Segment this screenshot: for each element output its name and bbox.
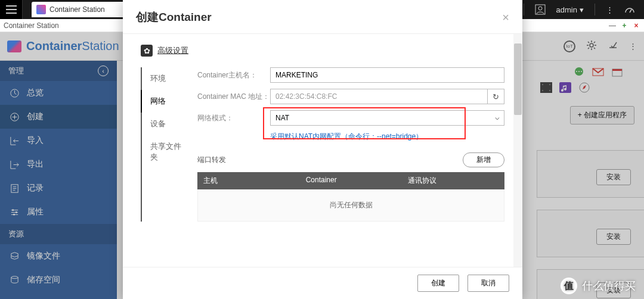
svg-rect-20 xyxy=(612,69,622,71)
col-container: Container xyxy=(300,172,402,189)
compass-icon xyxy=(578,82,590,93)
mac-input[interactable] xyxy=(270,89,488,104)
modal-footer: 创建 取消 xyxy=(123,267,522,299)
sidebar-item-import[interactable]: 导入 xyxy=(0,129,117,152)
create-app-button[interactable]: + 创建应用程序 xyxy=(570,106,634,124)
advanced-settings-header[interactable]: ✿ 高级设置 xyxy=(141,45,504,57)
window-title: Container Station xyxy=(4,21,59,30)
maximize-icon[interactable]: + xyxy=(620,21,628,30)
create-button[interactable]: 创建 xyxy=(417,275,459,292)
svg-point-16 xyxy=(578,71,580,72)
refresh-icon[interactable]: ↻ xyxy=(488,89,504,104)
sidebar: 管理 ‹ 总览 创建 导入 导出 记录 属性 资源 镜像文 xyxy=(0,61,117,299)
sidebar-item-label: 属性 xyxy=(27,207,44,217)
svg-rect-21 xyxy=(540,82,552,93)
user-icon[interactable] xyxy=(535,4,546,15)
more-icon[interactable]: ⋮ xyxy=(629,42,637,51)
hostname-input[interactable] xyxy=(270,67,504,83)
sidebar-group-resources: 资源 xyxy=(0,224,117,244)
tab-device[interactable]: 设备 xyxy=(141,113,194,135)
watermark-icon: 值 xyxy=(561,278,577,294)
sidebar-item-storage[interactable]: 储存空间 xyxy=(0,268,117,292)
minimize-icon[interactable]: — xyxy=(608,21,617,30)
collapse-icon[interactable]: ‹ xyxy=(98,66,109,76)
netmode-label: 网络模式： xyxy=(197,113,270,123)
tab-label: Container Station xyxy=(49,5,105,14)
tab-shared-folder[interactable]: 共享文件夹 xyxy=(141,135,194,169)
calendar-icon xyxy=(611,67,623,77)
app-logo: ContainerStation xyxy=(7,39,119,53)
portfwd-label: 端口转发 xyxy=(197,155,226,165)
sidebar-item-log[interactable]: 记录 xyxy=(0,176,117,200)
sidebar-item-preferences[interactable]: 属性 xyxy=(0,200,117,224)
gear-icon[interactable] xyxy=(586,40,597,52)
svg-point-12 xyxy=(13,213,15,215)
sidebar-item-label: 导入 xyxy=(27,135,44,146)
gear-icon: ✿ xyxy=(141,45,153,57)
watermark: 值 什么值得买 xyxy=(561,278,636,294)
svg-point-6 xyxy=(590,43,593,47)
svg-point-17 xyxy=(581,71,582,72)
sidebar-item-images[interactable]: 镜像文件 xyxy=(0,244,117,268)
svg-point-25 xyxy=(549,90,550,91)
install-button[interactable]: 安装 xyxy=(596,229,631,245)
svg-point-22 xyxy=(542,84,543,85)
modal-title: 创建Container xyxy=(136,10,212,25)
gmail-icon xyxy=(592,67,604,77)
sidebar-item-label: 记录 xyxy=(27,183,44,194)
divider xyxy=(595,4,595,15)
more-icon[interactable]: ⋮ xyxy=(606,5,614,14)
sidebar-item-label: 创建 xyxy=(27,111,44,122)
svg-point-24 xyxy=(549,84,550,85)
close-icon[interactable]: × xyxy=(502,11,509,24)
tab-environment[interactable]: 环境 xyxy=(141,67,194,90)
sidebar-item-overview[interactable]: 总览 xyxy=(0,81,117,105)
chevron-down-icon: ▾ xyxy=(580,5,584,14)
window-tab[interactable]: Container Station × xyxy=(32,2,136,17)
sidebar-item-label: 导出 xyxy=(27,159,44,170)
divider xyxy=(524,4,524,15)
col-protocol: 通讯协议 xyxy=(402,172,504,189)
add-button[interactable]: 新增 xyxy=(463,152,504,167)
sidebar-item-label: 镜像文件 xyxy=(27,251,60,261)
logo-icon xyxy=(7,41,21,52)
netmode-select[interactable]: NAT xyxy=(270,110,504,126)
svg-point-15 xyxy=(576,71,577,72)
scrollbar-track[interactable] xyxy=(513,34,522,267)
sidebar-item-create[interactable]: 创建 xyxy=(0,105,117,129)
sidebar-item-label: 总览 xyxy=(27,88,44,98)
hostname-label: Container主机名： xyxy=(197,70,270,80)
svg-point-23 xyxy=(542,90,543,91)
music-icon xyxy=(559,82,571,93)
sidebar-group-manage: 管理 ‹ xyxy=(0,61,117,81)
iot-icon[interactable]: IoT xyxy=(564,41,575,52)
table-empty: 尚无任何数据 xyxy=(197,189,504,222)
dashboard-icon[interactable] xyxy=(624,4,635,15)
svg-point-11 xyxy=(16,211,17,213)
update-icon[interactable] xyxy=(608,40,618,52)
close-icon[interactable]: × xyxy=(632,21,640,30)
svg-point-10 xyxy=(12,209,14,211)
settings-tabs: 环境 网络 设备 共享文件夹 xyxy=(141,67,194,222)
scrollbar-thumb[interactable] xyxy=(514,43,522,115)
modal-header: 创建Container × xyxy=(123,0,522,34)
cancel-button[interactable]: 取消 xyxy=(467,275,509,292)
col-host: 主机 xyxy=(197,172,300,189)
video-icon xyxy=(540,82,552,93)
install-button[interactable]: 安装 xyxy=(596,169,631,185)
svg-point-13 xyxy=(11,276,18,278)
table-header: 主机 Container 通讯协议 xyxy=(197,172,504,189)
sidebar-item-label: 储存空间 xyxy=(27,275,60,285)
admin-dropdown[interactable]: admin▾ xyxy=(556,5,584,14)
tab-network[interactable]: 网络 xyxy=(141,90,194,113)
net-note-link[interactable]: 采用默认NAT内网配置（命令行：--net=bridge） xyxy=(270,132,504,142)
menu-icon[interactable] xyxy=(0,0,23,19)
sidebar-item-export[interactable]: 导出 xyxy=(0,152,117,176)
chat-icon xyxy=(573,67,585,77)
app-icon xyxy=(36,5,46,14)
svg-rect-26 xyxy=(559,82,571,93)
mac-label: Container MAC 地址： xyxy=(197,92,270,102)
create-container-modal: 创建Container × ✿ 高级设置 环境 网络 设备 共享文件夹 Cont… xyxy=(123,0,522,299)
svg-point-5 xyxy=(538,7,542,10)
